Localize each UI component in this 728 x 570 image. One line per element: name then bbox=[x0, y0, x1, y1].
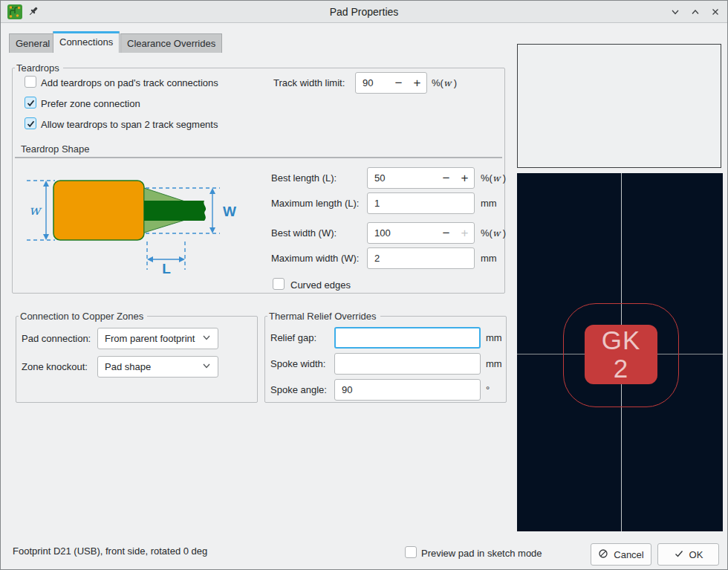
relief-gap-input[interactable] bbox=[336, 328, 479, 347]
increment-icon-disabled: + bbox=[455, 223, 474, 243]
pad-net-label: GK bbox=[602, 326, 641, 354]
decrement-icon[interactable]: − bbox=[437, 168, 455, 188]
curved-edges-checkbox[interactable] bbox=[273, 278, 285, 290]
best-length-label: Best length (L): bbox=[271, 172, 337, 184]
titlebar: Pad Properties bbox=[1, 1, 727, 23]
decrement-icon[interactable]: − bbox=[389, 73, 408, 93]
cancel-icon bbox=[598, 548, 608, 561]
best-length-spin: − + bbox=[367, 167, 475, 189]
pad-properties-dialog: Pad Properties General Connections Clear… bbox=[0, 0, 728, 570]
maximize-window-icon[interactable] bbox=[689, 6, 701, 18]
max-width-field bbox=[367, 247, 475, 269]
spoke-angle-unit: ° bbox=[486, 384, 490, 395]
teardrop-shape-heading: Teardrop Shape bbox=[21, 143, 90, 155]
spoke-width-input[interactable] bbox=[335, 354, 480, 374]
track-width-limit-spin: − + bbox=[355, 72, 427, 94]
teardrops-group-legend: Teardrops bbox=[15, 62, 63, 74]
relief-gap-unit: mm bbox=[486, 332, 502, 343]
tab-clearance-overrides[interactable]: Clearance Overrides bbox=[120, 33, 222, 53]
chevron-down-icon bbox=[202, 333, 211, 344]
best-width-input[interactable] bbox=[368, 223, 437, 243]
max-width-input[interactable] bbox=[368, 248, 474, 268]
spoke-width-label: Spoke width: bbox=[270, 358, 325, 369]
sketch-mode-label: Preview pad in sketch mode bbox=[421, 548, 542, 559]
add-teardrops-checkbox[interactable] bbox=[25, 76, 36, 88]
teardrop-shape-separator bbox=[15, 157, 502, 158]
window-title: Pad Properties bbox=[1, 6, 727, 18]
zone-knockout-label: Zone knockout: bbox=[22, 361, 88, 372]
max-width-unit: mm bbox=[481, 253, 497, 264]
spoke-width-field bbox=[334, 353, 481, 375]
relief-gap-label: Relief gap: bbox=[270, 332, 316, 343]
best-width-label: Best width (W): bbox=[271, 227, 337, 239]
track-width-limit-input[interactable] bbox=[356, 73, 389, 93]
teardrops-group: Teardrops Add teardrops on pad's track c… bbox=[12, 68, 505, 294]
pad-preview-canvas[interactable]: GK 2 bbox=[517, 173, 723, 531]
close-window-icon[interactable] bbox=[709, 6, 721, 18]
curved-edges-label: Curved edges bbox=[290, 279, 351, 291]
best-width-suffix: %(w ) bbox=[481, 227, 506, 239]
thermal-relief-group-legend: Thermal Relief Overrides bbox=[267, 311, 380, 322]
add-teardrops-label: Add teardrops on pad's track connections bbox=[41, 77, 218, 88]
best-length-suffix: %(w ) bbox=[481, 172, 506, 184]
parent-info-panel bbox=[517, 44, 721, 168]
check-icon bbox=[674, 548, 684, 561]
svg-text:w: w bbox=[29, 202, 42, 218]
zone-knockout-value: Pad shape bbox=[105, 361, 151, 372]
prefer-zone-checkbox[interactable] bbox=[25, 97, 36, 109]
cancel-button[interactable]: Cancel bbox=[591, 543, 651, 566]
spoke-angle-field bbox=[334, 379, 481, 401]
increment-icon[interactable]: + bbox=[408, 73, 426, 93]
ok-button[interactable]: OK bbox=[657, 543, 719, 566]
max-length-input[interactable] bbox=[368, 193, 474, 213]
track-width-limit-suffix: %(w ) bbox=[432, 77, 457, 88]
copper-zones-group-legend: Connection to Copper Zones bbox=[19, 311, 147, 322]
best-width-spin: − + bbox=[367, 222, 475, 244]
spoke-width-unit: mm bbox=[486, 358, 502, 369]
max-length-field bbox=[367, 192, 475, 214]
copper-zones-group: Connection to Copper Zones Pad connectio… bbox=[16, 316, 258, 403]
zone-knockout-dropdown[interactable]: Pad shape bbox=[97, 356, 218, 378]
pad-connection-value: From parent footprint bbox=[105, 333, 195, 344]
increment-icon[interactable]: + bbox=[455, 168, 474, 188]
max-length-label: Maximum length (L): bbox=[271, 198, 359, 209]
prefer-zone-label: Prefer zone connection bbox=[41, 98, 140, 109]
max-width-label: Maximum width (W): bbox=[271, 253, 359, 264]
max-length-unit: mm bbox=[481, 198, 497, 209]
allow-span-label: Allow teardrops to span 2 track segments bbox=[41, 119, 218, 130]
track-width-limit-label: Track width limit: bbox=[273, 77, 345, 88]
pad-connection-dropdown[interactable]: From parent footprint bbox=[97, 328, 218, 349]
footprint-status-text: Footprint D21 (USB), front side, rotated… bbox=[13, 545, 207, 557]
preview-pad: GK 2 bbox=[585, 325, 657, 384]
tab-connections[interactable]: Connections bbox=[53, 31, 120, 53]
svg-text:L: L bbox=[162, 261, 171, 276]
chevron-down-icon bbox=[202, 361, 211, 372]
spoke-angle-label: Spoke angle: bbox=[270, 384, 327, 395]
svg-text:W: W bbox=[223, 204, 236, 219]
relief-gap-field bbox=[334, 327, 481, 349]
best-length-input[interactable] bbox=[368, 168, 437, 188]
sketch-mode-checkbox[interactable] bbox=[405, 546, 417, 558]
tab-general[interactable]: General bbox=[9, 33, 56, 53]
allow-span-checkbox[interactable] bbox=[25, 117, 36, 129]
teardrop-shape-diagram: w W L bbox=[21, 168, 259, 276]
thermal-relief-group: Thermal Relief Overrides Relief gap: mm … bbox=[264, 316, 507, 403]
pad-connection-label: Pad connection: bbox=[22, 333, 91, 344]
shade-window-icon[interactable] bbox=[669, 6, 681, 18]
decrement-icon[interactable]: − bbox=[437, 223, 455, 243]
pad-number-label: 2 bbox=[614, 354, 628, 383]
spoke-angle-input[interactable] bbox=[335, 380, 480, 400]
